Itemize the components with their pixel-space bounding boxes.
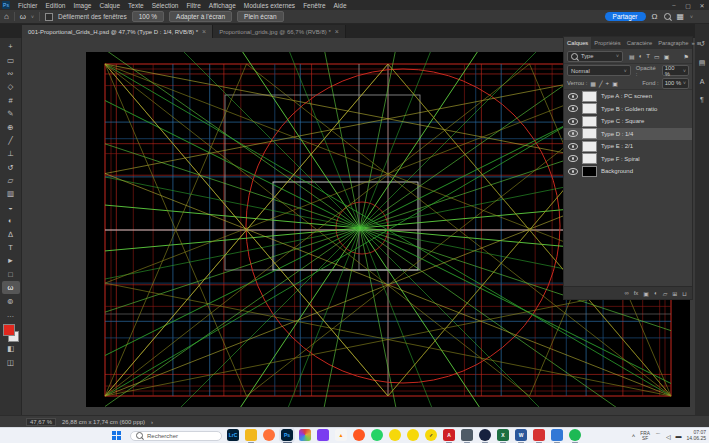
delete-layer-icon[interactable]: ⊔ <box>682 290 687 297</box>
menu-filtre[interactable]: Filtre <box>182 2 204 9</box>
search-icon[interactable] <box>664 13 671 20</box>
fullscreen-button[interactable]: Plein écran <box>237 11 284 22</box>
gradient-tool-icon[interactable]: ▥ <box>2 187 20 200</box>
purple-app-icon[interactable] <box>317 429 329 441</box>
filter-adjustment-layers-icon[interactable]: ◐ <box>639 53 643 60</box>
word-icon[interactable]: W <box>515 429 527 441</box>
blur-tool-icon[interactable]: ◒ <box>2 201 20 214</box>
language-indicator[interactable]: FRA SF <box>640 431 650 442</box>
filter-pin-icon[interactable]: ⚑ <box>684 53 689 60</box>
zoom-tool-icon[interactable]: ⊚ <box>2 294 20 307</box>
menu-aide[interactable]: Aide <box>330 2 351 9</box>
hand-tool-icon[interactable]: ω <box>2 281 20 294</box>
tab-close-icon[interactable]: × <box>335 28 339 35</box>
object-selection-tool-icon[interactable]: ◇ <box>2 80 20 93</box>
excel-icon[interactable]: X <box>497 429 509 441</box>
share-button[interactable]: Partager <box>605 12 646 21</box>
menu-calque[interactable]: Calque <box>95 2 124 9</box>
layer-row-type-d-1-4[interactable]: Type D : 1/4 <box>564 128 692 141</box>
quick-mask-icon[interactable]: ◧ <box>2 342 20 355</box>
copilot-icon[interactable] <box>479 429 491 441</box>
history-brush-tool-icon[interactable]: ↺ <box>2 161 20 174</box>
hand-tool-preset-icon[interactable]: ω <box>20 12 26 21</box>
maximize-button[interactable]: ▢ <box>681 2 695 9</box>
layer-row-type-b-golden-ratio[interactable]: Type B : Golden ratio <box>564 103 692 116</box>
panel-tab-calques[interactable]: Calques <box>564 37 591 49</box>
volume-icon[interactable]: ◁ <box>666 433 671 440</box>
status-chevron-icon[interactable]: › <box>151 419 153 425</box>
add-mask-icon[interactable]: ▣ <box>643 290 649 297</box>
menu-image[interactable]: Image <box>69 2 95 9</box>
scroll-all-windows-checkbox[interactable] <box>45 13 53 21</box>
path-selection-tool-icon[interactable]: ► <box>2 254 20 267</box>
dock-character-icon[interactable]: A <box>700 78 705 85</box>
layer-effects-icon[interactable]: fx <box>634 290 639 296</box>
dock-paragraph-icon[interactable]: ¶ <box>700 96 704 103</box>
layer-row-type-e-2-1[interactable]: Type E : 2/1 <box>564 140 692 153</box>
blue-app-icon[interactable] <box>551 429 563 441</box>
filter-pixel-layers-icon[interactable]: ▤ <box>629 53 635 60</box>
zoom-level-field[interactable]: 47,67 % <box>26 418 56 426</box>
workspace-icon[interactable]: ▦ <box>677 12 685 21</box>
pen-tool-icon[interactable]: ∆ <box>2 227 20 240</box>
fill-field[interactable]: 100 % ˅ <box>662 78 689 89</box>
close-button[interactable]: ✕ <box>695 2 709 9</box>
yellow-app-2-icon[interactable] <box>407 429 419 441</box>
brush-tool-icon[interactable]: ╱ <box>2 134 20 147</box>
menu-fen-tre[interactable]: Fenêtre <box>299 2 329 9</box>
clone-stamp-tool-icon[interactable]: ⊥ <box>2 147 20 160</box>
menu-modules-externes[interactable]: Modules externes <box>240 2 299 9</box>
zoom-100-button[interactable]: 100 % <box>132 11 164 22</box>
lightroom-classic-icon[interactable]: LrC <box>227 429 239 441</box>
vlc-icon[interactable]: ▲ <box>335 429 347 441</box>
visibility-eye-icon[interactable] <box>568 143 578 150</box>
lock-all-icon[interactable]: ▣ <box>612 80 618 87</box>
menu-fichier[interactable]: Fichier <box>14 2 42 9</box>
acrobat-icon[interactable]: A <box>443 429 455 441</box>
battery-icon[interactable]: ▬ <box>676 433 682 439</box>
filter-smart-objects-icon[interactable]: ▣ <box>664 53 670 60</box>
document-tab-2[interactable]: Proportional_grids.jpg @ 66,7% (RVB/8) *… <box>213 25 346 38</box>
panel-overflow-icon[interactable]: » <box>691 40 694 46</box>
dodge-tool-icon[interactable]: ◐ <box>2 214 20 227</box>
tray-chevron-icon[interactable]: ˄ <box>632 433 636 439</box>
dock-swatches-icon[interactable]: ▤ <box>699 59 706 67</box>
eraser-tool-icon[interactable]: ▱ <box>2 174 20 187</box>
minimize-button[interactable]: – <box>667 2 681 9</box>
adjustment-layer-icon[interactable]: ◐ <box>654 290 658 296</box>
bell-icon[interactable]: Ω <box>652 12 658 21</box>
start-button[interactable] <box>112 431 121 440</box>
opacity-field[interactable]: 100 % ˅ <box>662 65 689 76</box>
marquee-tool-icon[interactable]: ▭ <box>2 53 20 66</box>
file-explorer-icon[interactable] <box>245 429 257 441</box>
layer-row-background[interactable]: Background <box>564 165 692 178</box>
whatsapp-icon[interactable] <box>371 429 383 441</box>
orange-app-icon[interactable] <box>353 429 365 441</box>
calculator-icon[interactable] <box>461 429 473 441</box>
document-tab-1[interactable]: 001-Proportional_Grids_H.psd @ 47,7% (Ty… <box>22 25 213 38</box>
layer-row-type-a-pc-screen[interactable]: Type A : PC screen <box>564 90 692 103</box>
visibility-eye-icon[interactable] <box>568 155 578 162</box>
yellow-app-3-icon[interactable]: ✓ <box>425 429 437 441</box>
wifi-icon[interactable]: ⌒ <box>655 432 661 441</box>
panel-tab-propri-t-s[interactable]: Propriétés <box>591 37 623 49</box>
link-layers-icon[interactable]: ∞ <box>624 290 628 296</box>
green-app-icon[interactable] <box>569 429 581 441</box>
fit-screen-button[interactable]: Adapter à l'écran <box>169 11 232 22</box>
eyedropper-tool-icon[interactable]: ✎ <box>2 107 20 120</box>
new-layer-icon[interactable]: ⊞ <box>672 290 677 297</box>
new-group-icon[interactable]: ▱ <box>663 290 668 297</box>
crop-tool-icon[interactable]: # <box>2 94 20 107</box>
app-logo-icon[interactable]: Ps <box>2 1 10 9</box>
edit-toolbar-tool-icon[interactable]: … <box>2 308 20 321</box>
home-icon[interactable]: ⌂ <box>4 12 9 21</box>
layer-row-type-f-spiral[interactable]: Type F : Spiral <box>564 153 692 166</box>
taskbar-search-box[interactable]: Rechercher <box>130 431 222 441</box>
lock-position-icon[interactable]: + <box>606 80 610 87</box>
visibility-eye-icon[interactable] <box>568 118 578 125</box>
panel-menu-icon[interactable]: ≡ <box>697 40 700 46</box>
move-tool-icon[interactable]: + <box>2 40 20 53</box>
spot-healing-tool-icon[interactable]: ⊕ <box>2 120 20 133</box>
menu-texte[interactable]: Texte <box>124 2 148 9</box>
yellow-app-1-icon[interactable] <box>389 429 401 441</box>
